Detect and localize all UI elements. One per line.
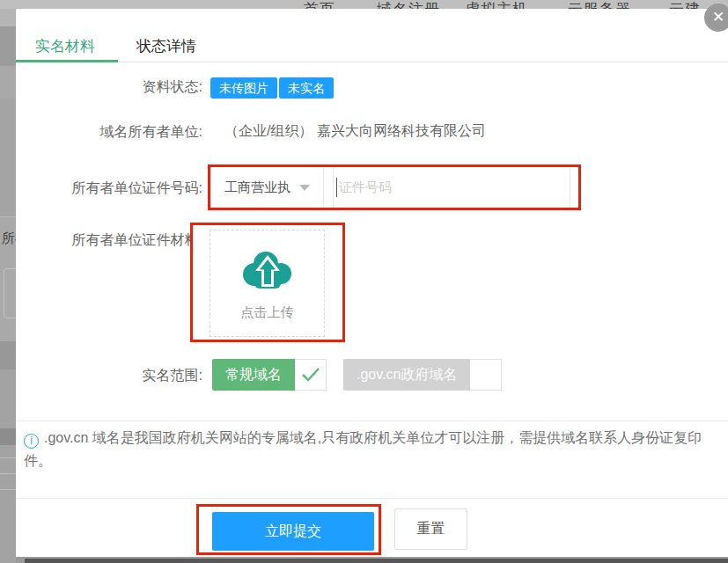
submit-highlight-box: 立即提交 bbox=[196, 504, 381, 555]
bg-partial-label: 所有 bbox=[2, 230, 16, 247]
scope-label: 实名范围: bbox=[16, 367, 202, 385]
real-name-dialog: 实名材料 状态详情 资料状态: 未传图片 未实名 域名所有者单位: （企业/组织… bbox=[16, 9, 728, 557]
bg-band bbox=[0, 99, 16, 216]
tab-bar-border bbox=[16, 62, 728, 62]
bg-divider bbox=[0, 489, 16, 490]
cert-type-select[interactable]: 工商营业执 bbox=[210, 167, 324, 208]
cert-number-placeholder: 证件号码 bbox=[339, 179, 392, 196]
scope-regular-label: 常规域名 bbox=[212, 359, 295, 391]
scope-option-gov[interactable]: .gov.cn政府域名 bbox=[343, 359, 502, 391]
dimmed-page-edge: 所有 bbox=[0, 9, 16, 563]
bg-band bbox=[0, 428, 16, 445]
checkmark-icon bbox=[301, 367, 320, 383]
status-badge-not-verified: 未实名 bbox=[279, 77, 334, 99]
bg-ghost-input bbox=[4, 268, 16, 318]
bg-band bbox=[0, 341, 16, 369]
cloud-upload-icon bbox=[240, 248, 295, 290]
bg-band bbox=[0, 9, 16, 26]
tab-real-name-materials[interactable]: 实名材料 bbox=[35, 36, 95, 56]
cert-material-label: 所有者单位证件材料: bbox=[16, 231, 202, 250]
status-badges: 未传图片 未实名 bbox=[210, 77, 334, 99]
cert-number-label: 所有者单位证件号码: bbox=[16, 179, 202, 198]
cert-type-selected-value: 工商营业执 bbox=[224, 179, 290, 196]
cert-number-input[interactable]: 证件号码 bbox=[333, 167, 570, 208]
active-tab-indicator bbox=[16, 60, 118, 62]
screen: 首页 域名注册 虚拟主机 云服务器 云建 所有 实名材料 状态详情 资料状态: bbox=[0, 0, 728, 563]
gov-domain-notice: i.gov.cn 域名是我国政府机关网站的专属域名,只有政府机关单位才可以注册，… bbox=[24, 427, 715, 472]
bg-band bbox=[0, 445, 16, 563]
scope-gov-checkbox[interactable] bbox=[470, 359, 502, 391]
owner-label: 域名所有者单位: bbox=[16, 123, 202, 142]
text-caret bbox=[336, 178, 337, 197]
nav-item-virtual-host[interactable]: 虚拟主机 bbox=[465, 0, 528, 9]
owner-value: （企业/组织） 嘉兴大向网络科技有限公司 bbox=[224, 122, 486, 141]
scope-gov-label: .gov.cn政府域名 bbox=[343, 359, 470, 391]
submit-button[interactable]: 立即提交 bbox=[212, 512, 374, 551]
scope-option-regular[interactable]: 常规域名 bbox=[212, 359, 327, 391]
bg-divider bbox=[0, 457, 16, 458]
bg-band bbox=[0, 369, 16, 428]
scope-regular-checkbox[interactable] bbox=[295, 359, 327, 391]
status-badge-no-image: 未传图片 bbox=[210, 77, 277, 99]
nav-item-cloud-server[interactable]: 云服务器 bbox=[568, 0, 631, 9]
reset-button[interactable]: 重置 bbox=[394, 508, 467, 550]
bg-divider bbox=[0, 473, 16, 474]
tab-status-detail[interactable]: 状态详情 bbox=[136, 36, 196, 56]
scope-options: 常规域名 .gov.cn政府域名 bbox=[212, 359, 502, 391]
cert-number-highlight-box: 工商营业执 证件号码 bbox=[208, 165, 581, 210]
chevron-down-icon bbox=[299, 185, 310, 191]
notice-text: .gov.cn 域名是我国政府机关网站的专属域名,只有政府机关单位才可以注册，需… bbox=[24, 430, 702, 468]
bg-band bbox=[0, 26, 16, 66]
close-icon[interactable]: ✕ bbox=[704, 4, 728, 32]
nav-item-home[interactable]: 首页 bbox=[304, 0, 335, 9]
divider bbox=[16, 420, 728, 421]
bg-footer-bar bbox=[25, 559, 728, 563]
status-label: 资料状态: bbox=[16, 78, 202, 97]
upload-highlight-box: 点击上传 bbox=[190, 223, 345, 342]
info-icon: i bbox=[24, 434, 39, 449]
bg-band bbox=[0, 66, 16, 99]
upload-dropzone[interactable]: 点击上传 bbox=[210, 230, 325, 337]
dimmed-page-footer bbox=[16, 557, 728, 563]
nav-item-domain-register[interactable]: 域名注册 bbox=[377, 0, 440, 9]
upload-text: 点击上传 bbox=[210, 304, 324, 321]
dimmed-top-nav: 首页 域名注册 虚拟主机 云服务器 云建 bbox=[0, 0, 728, 9]
nav-item-cloud-site[interactable]: 云建 bbox=[669, 0, 701, 9]
divider bbox=[16, 498, 728, 499]
